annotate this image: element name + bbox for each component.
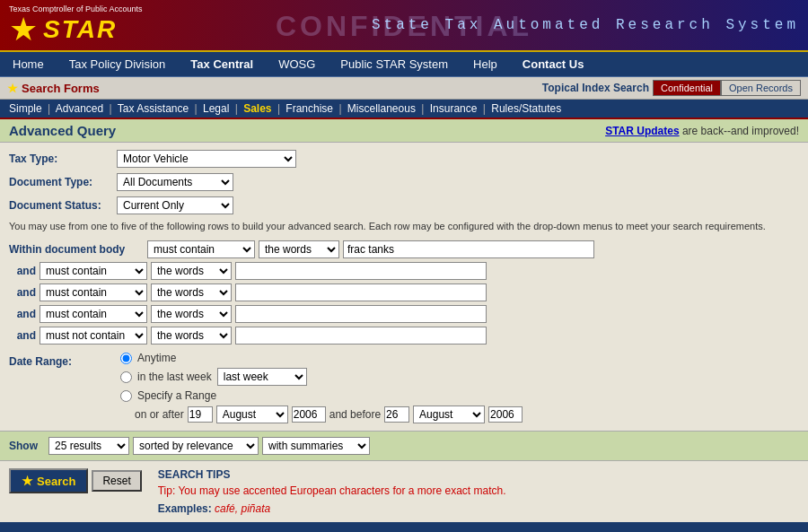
subnav-franchise[interactable]: Franchise <box>285 102 333 115</box>
main-nav: Home Tax Policy Division Tax Central WOS… <box>0 52 808 77</box>
updates-text: STAR Updates are back--and improved! <box>605 125 799 137</box>
system-title: State Tax Automated Research System <box>372 17 799 33</box>
topical-label: Topical Index Search <box>542 82 649 94</box>
nav-home[interactable]: Home <box>9 56 48 73</box>
qualifier-select-5[interactable]: the words the phrase <box>151 327 232 344</box>
document-status-select[interactable]: Current Only <box>117 196 233 214</box>
anytime-label: Anytime <box>137 352 176 364</box>
sub-nav: Simple | Advanced | Tax Assistance | Leg… <box>0 100 808 119</box>
page-title: Advanced Query <box>9 123 116 138</box>
subnav-advanced[interactable]: Advanced <box>56 102 103 115</box>
query-row-1: Within document body must contain must n… <box>9 240 799 258</box>
logo-text: STAR <box>43 15 117 44</box>
and-prefix-3: and <box>9 286 36 299</box>
tax-type-label: Tax Type: <box>9 153 117 165</box>
last-week-select[interactable]: last week last month last year <box>217 368 307 386</box>
topical-area: Topical Index Search Confidential Open R… <box>542 80 801 96</box>
sort-select[interactable]: sorted by relevance sorted by date sorte… <box>133 437 259 455</box>
subnav-insurance[interactable]: Insurance <box>430 102 478 115</box>
date-to-day[interactable] <box>384 406 409 423</box>
advanced-query-header: Advanced Query STAR Updates are back--an… <box>0 119 808 143</box>
nav-tax-central[interactable]: Tax Central <box>187 56 257 73</box>
qualifier-select-2[interactable]: the words the phrase <box>151 262 232 280</box>
query-row-4: and must contain must not contain may co… <box>9 305 799 323</box>
condition-select-2[interactable]: must contain must not contain may contai… <box>40 262 147 280</box>
nav-public-star[interactable]: Public STAR System <box>337 56 452 73</box>
condition-select-5[interactable]: must contain must not contain may contai… <box>40 327 147 344</box>
and-prefix-4: and <box>9 308 36 320</box>
search-button[interactable]: ★ Search <box>9 468 88 493</box>
query-row-2: and must contain must not contain may co… <box>9 262 799 280</box>
nav-wosg[interactable]: WOSG <box>275 56 319 73</box>
show-section: Show 25 results 10 results 50 results 10… <box>0 431 808 461</box>
query-row-5: and must contain must not contain may co… <box>9 327 799 344</box>
query-input-5[interactable] <box>235 327 487 344</box>
query-input-3[interactable] <box>235 283 487 301</box>
nav-help[interactable]: Help <box>470 56 501 73</box>
form-area: Tax Type: Motor Vehicle Document Type: A… <box>0 143 808 431</box>
date-to-month[interactable]: August JanuaryFebruaryMarchApril MayJune… <box>413 406 485 423</box>
show-label: Show <box>9 440 45 452</box>
anytime-radio[interactable] <box>120 353 132 364</box>
subnav-legal[interactable]: Legal <box>203 102 229 115</box>
updates-link[interactable]: STAR Updates <box>605 125 679 137</box>
search-forms-label: ★ Search Forms <box>7 82 100 95</box>
subnav-sales[interactable]: Sales <box>243 102 271 115</box>
results-select[interactable]: 25 results 10 results 50 results 100 res… <box>48 437 129 455</box>
condition-select-4[interactable]: must contain must not contain may contai… <box>40 305 147 323</box>
specify-range-radio[interactable] <box>120 390 132 402</box>
query-input-2[interactable] <box>235 262 487 280</box>
and-before-label: and before <box>329 408 381 421</box>
subnav-miscellaneous[interactable]: Miscellaneous <box>347 102 416 115</box>
condition-select-3[interactable]: must contain must not contain may contai… <box>40 283 147 301</box>
search-bar: ★ Search Forms Topical Index Search Conf… <box>0 77 808 100</box>
specify-range-label: Specify a Range <box>137 389 216 402</box>
last-week-label: in the last week <box>137 371 212 383</box>
date-from-day[interactable] <box>188 406 213 423</box>
search-forms-icon: ★ <box>7 82 18 95</box>
query-input-4[interactable] <box>235 305 487 323</box>
reset-button[interactable]: Reset <box>92 470 141 492</box>
date-to-year[interactable] <box>488 406 523 423</box>
date-from-year[interactable] <box>292 406 326 423</box>
qualifier-select-3[interactable]: the words the phrase <box>151 283 232 301</box>
document-status-row: Document Status: Current Only <box>9 196 799 214</box>
body-label: Within document body <box>9 243 144 256</box>
query-input-1[interactable] <box>343 240 594 258</box>
date-range-inputs: on or after August JanuaryFebruaryMarchA… <box>135 406 523 423</box>
qualifier-select-1[interactable]: the words the phrase <box>259 240 339 258</box>
query-row-3: and must contain must not contain may co… <box>9 283 799 301</box>
subnav-tax-assistance[interactable]: Tax Assistance <box>118 102 189 115</box>
nav-tax-policy[interactable]: Tax Policy Division <box>66 56 170 73</box>
bottom-section: ★ Search Reset SEARCH TIPS Tip: You may … <box>0 461 808 522</box>
tax-type-select[interactable]: Motor Vehicle <box>117 150 296 168</box>
and-prefix-5: and <box>9 329 36 342</box>
condition-select-1[interactable]: must contain must not contain may contai… <box>147 240 255 258</box>
help-text: You may use from one to five of the foll… <box>9 220 799 233</box>
document-status-label: Document Status: <box>9 199 117 212</box>
confidential-button[interactable]: Confidential <box>653 80 721 96</box>
summary-select[interactable]: with summaries without summaries <box>262 437 370 455</box>
date-from-month[interactable]: August JanuaryFebruaryMarchApril MayJune… <box>216 406 288 423</box>
search-star-icon: ★ <box>22 474 33 488</box>
specify-range-row: Specify a Range <box>120 389 523 402</box>
qualifier-select-4[interactable]: the words the phrase <box>151 305 232 323</box>
document-type-select[interactable]: All Documents <box>117 173 233 191</box>
query-section: Within document body must contain must n… <box>9 240 799 344</box>
tips-text: Tip: You may use accented European chara… <box>158 484 506 497</box>
tax-type-row: Tax Type: Motor Vehicle <box>9 150 799 168</box>
open-records-button[interactable]: Open Records <box>721 80 801 96</box>
examples-text: café, piñata <box>215 502 270 515</box>
date-range-section: Date Range: Anytime in the last week las… <box>9 352 799 423</box>
last-week-radio[interactable] <box>120 371 132 383</box>
subnav-rules-statutes[interactable]: Rules/Statutes <box>491 102 561 115</box>
search-forms-text: Search Forms <box>22 82 100 95</box>
date-options: Anytime in the last week last week last … <box>120 352 523 423</box>
document-type-row: Document Type: All Documents <box>9 173 799 191</box>
and-prefix-2: and <box>9 265 36 277</box>
examples-label: Examples: <box>158 502 212 515</box>
nav-contact[interactable]: Contact Us <box>519 56 588 73</box>
on-or-after-label: on or after <box>135 408 184 421</box>
subnav-simple[interactable]: Simple <box>9 102 42 115</box>
star-icon: ★ <box>9 13 38 46</box>
